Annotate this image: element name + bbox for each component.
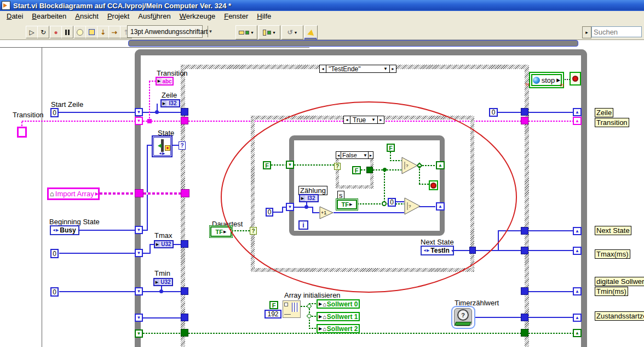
menu-projekt[interactable]: Projekt — [103, 12, 134, 21]
sollwert2-property-node[interactable]: ▶ ⌂ Sollwert 2 — [317, 324, 360, 333]
zeile-local-variable[interactable]: ▶I32 — [160, 99, 180, 107]
case-prev-arrow[interactable]: ◄ — [344, 116, 350, 123]
sollwert0-property-node[interactable]: ▶ ⌂ Sollwert 0 — [317, 299, 360, 309]
tunnel[interactable] — [181, 329, 188, 337]
case-prev-arrow[interactable]: ◄ — [320, 65, 326, 72]
start-zeile-constant[interactable]: 0 — [50, 108, 59, 117]
next-state-enum[interactable]: ◄▶ TestIn ▼ — [421, 246, 454, 255]
menu-ausfuehren[interactable]: Ausführen — [134, 12, 175, 21]
menu-fenster[interactable]: Fenster — [220, 12, 252, 21]
boolean-constant-f[interactable]: F — [269, 301, 278, 309]
boolean-constant-f[interactable]: F — [263, 161, 271, 169]
loop-condition-terminal[interactable] — [429, 180, 438, 190]
menu-ansicht[interactable]: Ansicht — [71, 12, 103, 21]
case-selector-false[interactable]: ◄ False ▼ ► — [336, 151, 373, 159]
sollwert1-property-node[interactable]: ▶ ⌂ Sollwert 1 — [317, 312, 360, 321]
loop-condition-terminal[interactable] — [570, 72, 581, 86]
false-case-border[interactable] — [336, 185, 373, 189]
step-into-button[interactable]: ⇣ — [97, 26, 109, 38]
beginning-state-enum[interactable]: ◄▶ Busy ▼ — [50, 225, 79, 235]
tunnel[interactable] — [521, 227, 528, 235]
tunnel[interactable] — [521, 314, 528, 321]
shift-register[interactable]: ▼ — [135, 108, 143, 116]
boolean-constant-f[interactable]: F — [387, 144, 395, 152]
shift-register[interactable]: ▲ — [573, 108, 582, 116]
true-case-border[interactable] — [251, 268, 474, 272]
shift-register[interactable]: ▲ — [436, 202, 445, 211]
tunnel[interactable] — [181, 189, 189, 197]
tmin-local-variable[interactable]: ▶U32 — [153, 278, 173, 286]
shift-register[interactable]: ▲ — [573, 247, 582, 255]
pause-button[interactable] — [61, 26, 73, 38]
shift-register[interactable]: ▼ — [286, 203, 294, 211]
state-control-terminal[interactable]: ◄▶ — [152, 135, 173, 157]
tunnel[interactable] — [181, 287, 188, 295]
run-continuous-button[interactable]: ↻ — [37, 26, 49, 38]
array-size-constant[interactable]: 192 — [264, 310, 281, 318]
shift-register[interactable]: ▼ — [135, 117, 143, 125]
tunnel[interactable] — [181, 314, 188, 321]
search-options-button[interactable]: ▸ — [582, 26, 591, 38]
case-selector-terminal[interactable]: ? — [179, 141, 186, 150]
abort-button[interactable]: ● — [50, 26, 62, 38]
reorder-dropdown[interactable]: ↺ ▼ — [281, 25, 303, 39]
chevron-down-icon[interactable]: ▼ — [370, 116, 377, 123]
menu-werkzeuge[interactable]: Werkzeuge — [175, 12, 220, 21]
select-function[interactable]: ? — [404, 197, 421, 215]
stop-boolean-control[interactable]: stop ▶ — [529, 72, 564, 88]
zaehlung-local-variable[interactable]: ▶I32 — [299, 194, 319, 202]
shift-register[interactable]: ▼ — [135, 287, 143, 295]
retain-wire-values-button[interactable] — [85, 26, 97, 38]
chevron-down-icon[interactable]: ▼ — [382, 65, 389, 72]
transition-local-variable[interactable]: ▶abc — [156, 77, 174, 86]
increment-function[interactable]: +1 — [319, 206, 334, 220]
import-array-reference[interactable]: ⌂ Import Array ▶ — [47, 187, 100, 200]
distribute-objects-dropdown[interactable]: ▼ — [258, 25, 280, 39]
search-input[interactable] — [591, 26, 642, 37]
tunnel[interactable] — [135, 189, 143, 197]
initialize-array-function[interactable] — [283, 300, 301, 318]
case-next-arrow[interactable]: ► — [368, 152, 373, 158]
s-boolean-local[interactable]: TF▶ — [337, 200, 357, 209]
zero-constant[interactable]: 0 — [266, 208, 273, 217]
dauertest-boolean[interactable]: TF▶ — [210, 226, 232, 237]
run-button[interactable]: ▷ — [26, 26, 38, 38]
menu-bearbeiten[interactable]: Bearbeiten — [27, 12, 71, 21]
shift-register[interactable]: ▲ — [573, 329, 582, 337]
tunnel[interactable] — [521, 117, 528, 124]
selected-while-loop-border[interactable] — [128, 40, 578, 47]
title-bar[interactable]: Start.vi Blockdiagramm auf CCA.lvproj/Me… — [0, 0, 644, 11]
tunnel[interactable] — [181, 108, 188, 116]
tick-count-vi[interactable]: ? — [451, 306, 475, 329]
boolean-constant-f[interactable]: F — [352, 166, 361, 174]
tunnel[interactable] — [521, 247, 528, 254]
step-over-button[interactable]: ⇢ — [108, 26, 120, 38]
select-function[interactable]: ? — [401, 157, 418, 175]
shift-register[interactable]: ▲ — [573, 314, 582, 322]
case-selector-terminal[interactable]: ? — [250, 227, 257, 235]
shift-register[interactable]: ▲ — [436, 161, 445, 169]
tunnel[interactable] — [181, 240, 188, 248]
transition-string-control[interactable] — [17, 127, 27, 138]
shift-register[interactable]: ▲ — [573, 287, 582, 295]
tunnel[interactable] — [521, 329, 528, 337]
tunnel[interactable] — [469, 247, 476, 254]
zero-constant[interactable]: 0 — [489, 108, 498, 117]
shift-register[interactable]: ▲ — [573, 117, 582, 125]
tunnel[interactable] — [181, 117, 188, 124]
tmax-local-variable[interactable]: ▶U32 — [154, 240, 174, 248]
menu-hilfe[interactable]: Hilfe — [252, 12, 275, 21]
tunnel[interactable] — [521, 108, 528, 116]
true-case-border[interactable] — [251, 120, 255, 272]
chevron-down-icon[interactable]: ▼ — [208, 26, 212, 37]
shift-register[interactable]: ▲ — [573, 227, 582, 235]
tmin-constant[interactable]: 0 — [50, 287, 59, 297]
tmax-constant[interactable]: 0 — [50, 249, 59, 258]
shift-register[interactable]: ▼ — [286, 161, 294, 169]
case-selector-true[interactable]: ◄ True ▼ ► — [343, 116, 384, 124]
case-prev-arrow[interactable]: ◄ — [336, 152, 341, 158]
case-selector-testende[interactable]: ◄ "TestEnde" ▼ ► — [319, 65, 396, 73]
tunnel[interactable] — [366, 167, 373, 173]
iteration-terminal[interactable]: i — [298, 220, 308, 230]
menu-datei[interactable]: Datei — [2, 12, 27, 21]
